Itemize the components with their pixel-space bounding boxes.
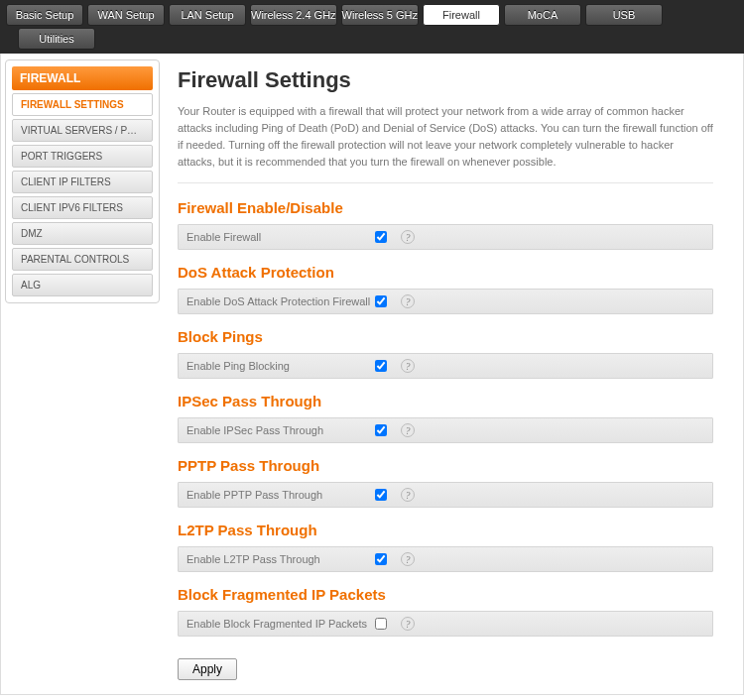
help-icon[interactable]: ? <box>401 230 415 244</box>
tab-moca[interactable]: MoCA <box>504 4 581 26</box>
help-icon[interactable]: ? <box>401 552 415 566</box>
tab-wireless-5[interactable]: Wireless 5 GHz <box>341 4 419 26</box>
setting-label: Enable IPSec Pass Through <box>186 424 375 436</box>
setting-label: Enable DoS Attack Protection Firewall <box>186 295 375 307</box>
section-title: DoS Attack Protection <box>178 264 713 281</box>
setting-label: Enable PPTP Pass Through <box>186 489 375 501</box>
sidebar-item-alg[interactable]: ALG <box>12 274 153 296</box>
help-icon[interactable]: ? <box>401 423 415 437</box>
setting-row: Enable Block Fragmented IP Packets ? <box>178 611 713 637</box>
enable-firewall-checkbox[interactable] <box>375 231 387 243</box>
section-block-fragmented: Block Fragmented IP Packets Enable Block… <box>178 586 713 637</box>
setting-row: Enable PPTP Pass Through ? <box>178 482 713 508</box>
section-title: Block Fragmented IP Packets <box>178 586 713 603</box>
section-ipsec: IPSec Pass Through Enable IPSec Pass Thr… <box>178 393 713 443</box>
section-block-pings: Block Pings Enable Ping Blocking ? <box>178 328 713 379</box>
enable-l2tp-checkbox[interactable] <box>375 553 387 565</box>
setting-row: Enable L2TP Pass Through ? <box>178 546 713 572</box>
top-nav: Basic Setup WAN Setup LAN Setup Wireless… <box>0 0 744 54</box>
sidebar-item-dmz[interactable]: DMZ <box>12 222 153 245</box>
help-icon[interactable]: ? <box>401 359 415 373</box>
section-l2tp: L2TP Pass Through Enable L2TP Pass Throu… <box>178 522 713 572</box>
page-title: Firewall Settings <box>178 67 713 93</box>
sidebar-header: FIREWALL <box>12 66 153 90</box>
tab-wireless-24[interactable]: Wireless 2.4 GHz <box>250 4 337 26</box>
setting-label: Enable Block Fragmented IP Packets <box>186 618 375 630</box>
section-title: L2TP Pass Through <box>178 522 713 538</box>
tab-basic-setup[interactable]: Basic Setup <box>6 4 83 26</box>
enable-block-fragmented-checkbox[interactable] <box>375 618 387 630</box>
section-title: Firewall Enable/Disable <box>178 199 713 216</box>
section-firewall-enable: Firewall Enable/Disable Enable Firewall … <box>178 199 713 250</box>
help-icon[interactable]: ? <box>401 488 415 502</box>
page-description: Your Router is equipped with a firewall … <box>178 103 713 171</box>
content-wrap: FIREWALL FIREWALL SETTINGS VIRTUAL SERVE… <box>0 54 744 695</box>
sidebar: FIREWALL FIREWALL SETTINGS VIRTUAL SERVE… <box>5 59 160 303</box>
setting-row: Enable IPSec Pass Through ? <box>178 417 713 443</box>
setting-label: Enable L2TP Pass Through <box>186 553 375 565</box>
apply-button[interactable]: Apply <box>178 658 237 680</box>
tab-utilities[interactable]: Utilities <box>18 28 95 50</box>
top-nav-row-1: Basic Setup WAN Setup LAN Setup Wireless… <box>0 0 744 26</box>
top-nav-row-2: Utilities <box>0 26 744 54</box>
setting-row: Enable Firewall ? <box>178 224 713 250</box>
section-title: PPTP Pass Through <box>178 457 713 474</box>
sidebar-item-port-triggers[interactable]: PORT TRIGGERS <box>12 145 153 168</box>
tab-lan-setup[interactable]: LAN Setup <box>169 4 246 26</box>
setting-row: Enable DoS Attack Protection Firewall ? <box>178 289 713 314</box>
help-icon[interactable]: ? <box>401 294 415 308</box>
section-pptp: PPTP Pass Through Enable PPTP Pass Throu… <box>178 457 713 508</box>
setting-label: Enable Firewall <box>186 231 375 243</box>
sidebar-item-firewall-settings[interactable]: FIREWALL SETTINGS <box>12 93 153 116</box>
tab-usb[interactable]: USB <box>585 4 663 26</box>
setting-row: Enable Ping Blocking ? <box>178 353 713 379</box>
sidebar-item-parental-controls[interactable]: PARENTAL CONTROLS <box>12 248 153 271</box>
sidebar-item-virtual-servers[interactable]: VIRTUAL SERVERS / PORT … <box>12 119 153 142</box>
section-title: Block Pings <box>178 328 713 345</box>
setting-label: Enable Ping Blocking <box>186 360 375 372</box>
sidebar-item-client-ip-filters[interactable]: CLIENT IP FILTERS <box>12 171 153 193</box>
help-icon[interactable]: ? <box>401 617 415 631</box>
divider <box>178 182 713 183</box>
tab-firewall[interactable]: Firewall <box>423 4 500 26</box>
section-dos: DoS Attack Protection Enable DoS Attack … <box>178 264 713 314</box>
enable-ping-blocking-checkbox[interactable] <box>375 360 387 372</box>
sidebar-item-client-ipv6-filters[interactable]: CLIENT IPV6 FILTERS <box>12 196 153 219</box>
enable-ipsec-checkbox[interactable] <box>375 424 387 436</box>
tab-wan-setup[interactable]: WAN Setup <box>87 4 165 26</box>
enable-pptp-checkbox[interactable] <box>375 489 387 501</box>
main-content: Firewall Settings Your Router is equippe… <box>178 59 723 688</box>
section-title: IPSec Pass Through <box>178 393 713 409</box>
enable-dos-checkbox[interactable] <box>375 295 387 307</box>
